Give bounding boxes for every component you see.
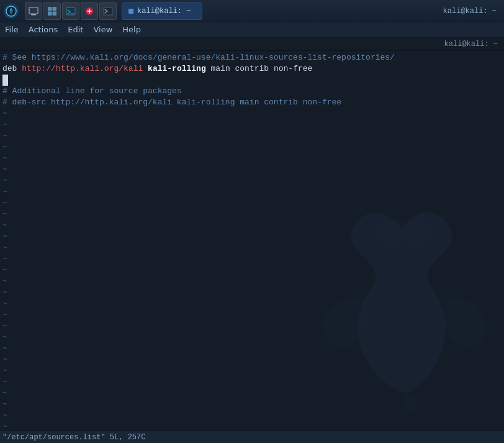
tilde-line: ~ [0, 388, 504, 399]
tilde-char: ~ [0, 354, 7, 365]
tilde-char: ~ [0, 321, 7, 332]
taskbar-user-info: kali@kali: ~ [443, 7, 502, 16]
tilde-char: ~ [0, 186, 7, 198]
menu-actions[interactable]: Actions [29, 25, 58, 34]
tilde-char: ~ [0, 198, 7, 209]
tilde-char: ~ [0, 265, 7, 276]
tilde-line: ~ [0, 175, 504, 186]
tilde-line: ~ [0, 142, 504, 153]
vim-line-5-text: # deb-src http://http.kali.org/kali kali… [0, 97, 341, 108]
tilde-line: ~ [0, 265, 504, 276]
menu-file[interactable]: File [5, 25, 19, 34]
vim-editor-content[interactable]: # See https://www.kali.org/docs/general-… [0, 51, 504, 431]
tilde-char: ~ [0, 410, 7, 421]
tilde-char: ~ [0, 309, 7, 321]
menu-view[interactable]: View [93, 25, 112, 34]
tilde-char: ~ [0, 220, 7, 231]
vim-line-5: # deb-src http://http.kali.org/kali kali… [0, 97, 504, 108]
menu-edit[interactable]: Edit [68, 25, 83, 34]
vim-line-1: # See https://www.kali.org/docs/general-… [0, 52, 504, 63]
tilde-line: ~ [0, 421, 504, 431]
tilde-char: ~ [0, 276, 7, 287]
tilde-char: ~ [0, 253, 7, 265]
tilde-char: ~ [0, 377, 7, 388]
tilde-line: ~ [0, 242, 504, 253]
tilde-line: ~ [0, 186, 504, 198]
svg-rect-3 [48, 7, 52, 11]
vim-line-4: # Additional line for source packages [0, 86, 504, 97]
tilde-char: ~ [0, 209, 7, 220]
tilde-line: ~ [0, 298, 504, 309]
tilde-line: ~ [0, 198, 504, 209]
tilde-line: ~ [0, 332, 504, 343]
tilde-char: ~ [0, 175, 7, 186]
tilde-char: ~ [0, 153, 7, 164]
vim-line-1-text: # See https://www.kali.org/docs/general-… [0, 52, 395, 63]
terminal-tab-indicator [128, 9, 133, 14]
taskbar-app-2[interactable] [43, 2, 61, 20]
tilde-char: ~ [0, 108, 7, 119]
tilde-char: ~ [0, 365, 7, 377]
tilde-line: ~ [0, 410, 504, 421]
tilde-char: ~ [0, 287, 7, 298]
tilde-line: ~ [0, 119, 504, 130]
tilde-line: ~ [0, 354, 504, 365]
svg-rect-2 [31, 14, 36, 16]
tilde-line: ~ [0, 399, 504, 410]
svg-rect-4 [53, 7, 57, 11]
tilde-line: ~ [0, 130, 504, 142]
menu-help[interactable]: Help [122, 25, 141, 34]
svg-rect-6 [53, 11, 57, 16]
tilde-lines: ~~~~~~~~~~~~~~~~~~~~~~~~~~~~~~~~~~~~~~~~… [0, 108, 504, 431]
tilde-char: ~ [0, 119, 7, 130]
tilde-char: ~ [0, 388, 7, 399]
taskbar-app-cmd[interactable] [99, 2, 117, 20]
tilde-char: ~ [0, 399, 7, 410]
tilde-line: ~ [0, 108, 504, 119]
tilde-char: ~ [0, 332, 7, 343]
vim-statusline: "/etc/apt/sources.list" 5L, 257C [0, 431, 504, 443]
terminal-tab-label: kali@kali: ~ [137, 7, 191, 16]
tilde-char: ~ [0, 242, 7, 253]
vim-line-3 [0, 75, 504, 86]
tilde-line: ~ [0, 220, 504, 231]
svg-rect-1 [29, 7, 38, 14]
tilde-line: ~ [0, 276, 504, 287]
vim-infobar: kali@kali: ~ [0, 37, 504, 51]
vim-line-2-text: deb http://http.kali.org/kali kali-rolli… [0, 63, 312, 75]
taskbar-app-1[interactable] [25, 2, 42, 20]
vim-line-4-text: # Additional line for source packages [0, 86, 182, 97]
tilde-char: ~ [0, 421, 7, 431]
tilde-line: ~ [0, 309, 504, 321]
taskbar-app-terminal[interactable] [62, 2, 79, 20]
vim-line-2: deb http://http.kali.org/kali kali-rolli… [0, 63, 504, 75]
vim-line-3-cursor [0, 75, 8, 86]
vim-statusline-text: "/etc/apt/sources.list" 5L, 257C [2, 433, 145, 442]
tilde-line: ~ [0, 377, 504, 388]
tilde-char: ~ [0, 130, 7, 142]
tilde-line: ~ [0, 153, 504, 164]
svg-rect-5 [48, 11, 52, 16]
tilde-char: ~ [0, 343, 7, 354]
tilde-line: ~ [0, 164, 504, 175]
taskbar: kali@kali: ~ kali@kali: ~ [0, 0, 504, 22]
vim-menubar: File Actions Edit View Help [0, 22, 504, 37]
tilde-line: ~ [0, 343, 504, 354]
tilde-line: ~ [0, 287, 504, 298]
tilde-line: ~ [0, 231, 504, 242]
terminal-tab[interactable]: kali@kali: ~ [122, 2, 202, 20]
taskbar-app-red[interactable] [81, 2, 98, 20]
tilde-char: ~ [0, 142, 7, 153]
vim-window: File Actions Edit View Help kali@kali: ~ [0, 22, 504, 443]
tilde-line: ~ [0, 321, 504, 332]
kali-logo-icon[interactable] [2, 2, 20, 20]
tilde-line: ~ [0, 365, 504, 377]
tilde-char: ~ [0, 231, 7, 242]
tilde-char: ~ [0, 164, 7, 175]
taskbar-apps [25, 2, 117, 20]
vim-user-display: kali@kali: ~ [444, 40, 498, 48]
tilde-char: ~ [0, 298, 7, 309]
tilde-line: ~ [0, 253, 504, 265]
tilde-line: ~ [0, 209, 504, 220]
